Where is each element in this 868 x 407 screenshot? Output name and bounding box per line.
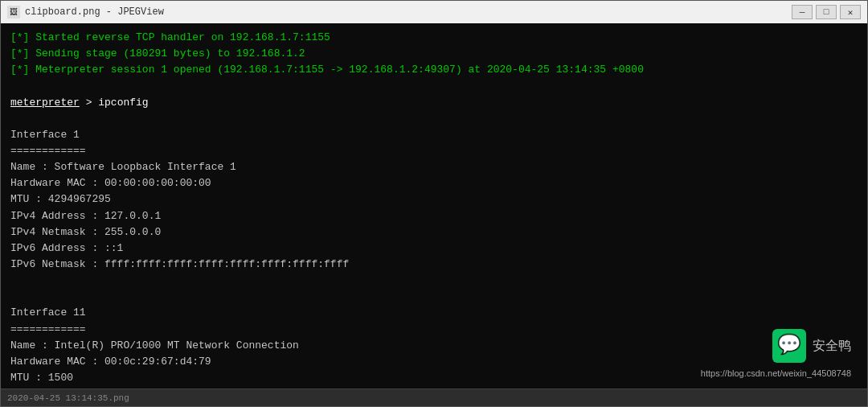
title-bar-left: 🖼 clipboard.png - JPEGView — [7, 6, 164, 18]
watermark-name: 安全鸭 — [813, 336, 851, 356]
terminal-line-iface1-ipv6mask: IPv6 Netmask : ffff:ffff:ffff:ffff:ffff:… — [10, 257, 858, 273]
terminal-line-1: [*] Started reverse TCP handler on 192.1… — [10, 30, 858, 46]
watermark: 💬 安全鸭 — [772, 329, 851, 363]
terminal-line-3: [*] Meterpreter session 1 opened (192.16… — [10, 62, 858, 78]
bottom-status: 2020-04-25 13:14:35.png — [7, 393, 129, 403]
terminal-line-blank1 — [10, 111, 858, 127]
terminal-output: [*] Started reverse TCP handler on 192.1… — [1, 23, 867, 388]
terminal-line-iface1-sep: ============ — [10, 143, 858, 159]
terminal-line-blank3 — [10, 289, 858, 305]
watermark-url: https://blog.csdn.net/weixin_44508748 — [701, 367, 851, 380]
window-controls: — □ ✕ — [792, 5, 861, 19]
terminal-line-4 — [10, 78, 858, 94]
terminal-line-iface1-name: Name : Software Loopback Interface 1 — [10, 159, 858, 175]
title-bar: 🖼 clipboard.png - JPEGView — □ ✕ — [1, 1, 867, 23]
terminal-line-iface1-netmask: IPv4 Netmask : 255.0.0.0 — [10, 224, 858, 240]
application-window: 🖼 clipboard.png - JPEGView — □ ✕ [*] Sta… — [0, 0, 868, 407]
window-title: clipboard.png - JPEGView — [25, 6, 164, 18]
app-icon: 🖼 — [7, 6, 20, 18]
terminal-line-iface11-sep: ============ — [10, 322, 858, 338]
terminal-line-prompt: meterpreter > ipconfig — [10, 95, 858, 111]
wechat-icon: 💬 — [772, 329, 806, 363]
terminal-line-iface11-ipv4: IPv4 Address : 192.168.1.2 — [10, 386, 858, 388]
meterpreter-label: meterpreter — [10, 97, 80, 109]
terminal-line-blank2 — [10, 273, 858, 289]
terminal-line-iface1-header: Interface 1 — [10, 127, 858, 143]
terminal-line-iface1-ipv6: IPv6 Address : ::1 — [10, 240, 858, 257]
maximize-button[interactable]: □ — [816, 5, 837, 19]
terminal-line-iface11-name: Name : Intel(R) PRO/1000 MT Network Conn… — [10, 338, 858, 354]
terminal-line-iface1-mac: Hardware MAC : 00:00:00:00:00:00 — [10, 175, 858, 191]
minimize-button[interactable]: — — [792, 5, 813, 19]
terminal-line-iface1-ipv4: IPv4 Address : 127.0.0.1 — [10, 208, 858, 224]
bottom-bar: 2020-04-25 13:14:35.png — [1, 388, 867, 406]
prompt-command: > ipconfig — [80, 97, 149, 109]
terminal-line-2: [*] Sending stage (180291 bytes) to 192.… — [10, 46, 858, 62]
terminal-line-iface11-header: Interface 11 — [10, 305, 858, 321]
terminal-line-iface1-mtu: MTU : 4294967295 — [10, 191, 858, 208]
close-button[interactable]: ✕ — [840, 5, 861, 19]
